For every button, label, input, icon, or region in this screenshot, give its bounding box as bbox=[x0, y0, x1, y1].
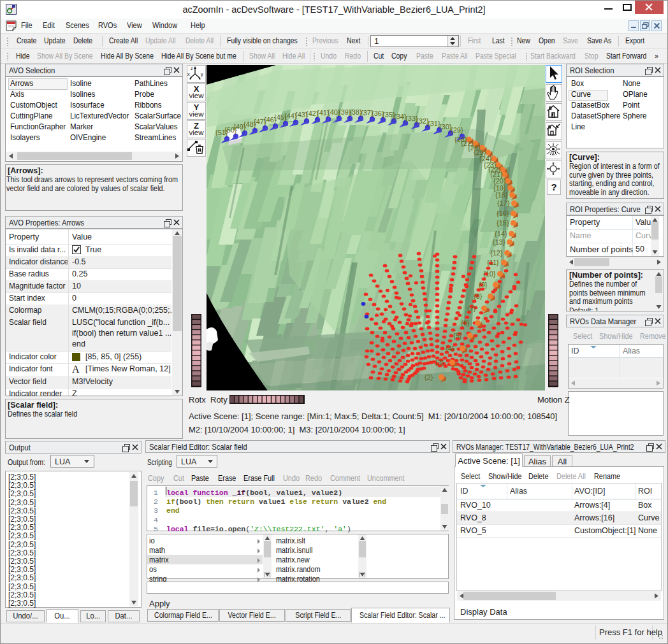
svg-text:{7}: {7} bbox=[467, 304, 476, 312]
svg-text:{15}: {15} bbox=[497, 219, 509, 227]
svg-text:z: z bbox=[191, 66, 193, 71]
svg-text:{14}: {14} bbox=[495, 230, 507, 238]
svg-text:y: y bbox=[201, 72, 203, 77]
svg-text:{6}: {6} bbox=[461, 319, 470, 327]
svg-text:{10}: {10} bbox=[483, 270, 496, 278]
svg-text:{12}: {12} bbox=[490, 249, 503, 257]
svg-text:{31}: {31} bbox=[428, 120, 440, 127]
svg-text:x: x bbox=[187, 72, 190, 76]
svg-text:{38}: {38} bbox=[349, 108, 362, 116]
svg-text:{29}: {29} bbox=[451, 126, 463, 134]
svg-text:{18}: {18} bbox=[495, 191, 508, 199]
svg-text:{8}: {8} bbox=[474, 292, 483, 300]
svg-text:{2}: {2} bbox=[425, 373, 433, 381]
svg-text:{5}: {5} bbox=[453, 332, 462, 340]
svg-text:{9}: {9} bbox=[479, 281, 488, 289]
svg-text:{11}: {11} bbox=[487, 259, 499, 266]
svg-text:{35}: {35} bbox=[382, 111, 395, 118]
svg-text:{3}: {3} bbox=[435, 359, 444, 366]
svg-text:{4}: {4} bbox=[446, 345, 454, 352]
svg-text:{16}: {16} bbox=[497, 210, 509, 217]
svg-text:{30}: {30} bbox=[439, 123, 452, 131]
svg-text:{34}: {34} bbox=[394, 113, 407, 120]
svg-text:{17}: {17} bbox=[497, 199, 510, 207]
svg-text:{32}: {32} bbox=[416, 117, 429, 125]
svg-text:{13}: {13} bbox=[493, 238, 505, 246]
